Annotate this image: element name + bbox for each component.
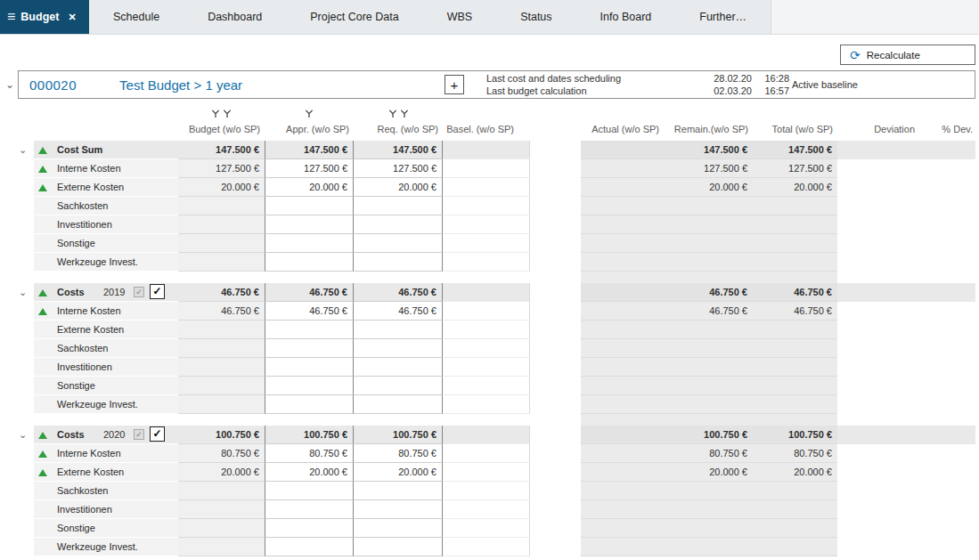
cell-req[interactable] <box>354 358 443 377</box>
cell-basel[interactable] <box>443 283 530 302</box>
collapse-group-icon[interactable]: ⌄ <box>19 426 27 443</box>
cell-appr[interactable]: 46.750 € <box>265 302 354 321</box>
cell-appr[interactable] <box>265 519 354 538</box>
cell-appr[interactable] <box>265 253 354 272</box>
cell-basel[interactable] <box>443 215 530 234</box>
cell-basel[interactable] <box>443 395 530 414</box>
collapse-group-icon[interactable]: ⌄ <box>19 141 27 158</box>
close-tab-icon[interactable]: ✕ <box>68 12 76 23</box>
cell-basel[interactable] <box>443 538 530 556</box>
cell-req[interactable]: 20.000 € <box>354 178 443 197</box>
row-label-cell[interactable]: Werkzeuge Invest. <box>34 253 178 272</box>
cell-budget[interactable]: 46.750 € <box>178 283 265 302</box>
row-label-cell[interactable]: Externe Kosten <box>34 321 178 339</box>
column-header-basel[interactable]: Basel. (w/o SP) <box>443 120 530 138</box>
cell-basel[interactable] <box>443 482 530 500</box>
cell-appr[interactable] <box>265 321 354 339</box>
column-header-total[interactable]: Total (w/o SP) <box>753 120 837 138</box>
cell-basel[interactable] <box>443 234 530 253</box>
column-header-remain[interactable]: Remain.(w/o SP) <box>664 120 753 138</box>
cell-budget[interactable]: 20.000 € <box>178 178 265 197</box>
row-label-cell[interactable]: Externe Kosten <box>34 463 178 482</box>
cell-basel[interactable] <box>443 358 530 377</box>
tab-schedule[interactable]: Schedule <box>89 0 184 34</box>
cell-req[interactable]: 127.500 € <box>354 159 443 178</box>
cell-req[interactable] <box>354 339 443 358</box>
cell-appr[interactable]: 100.750 € <box>265 426 354 444</box>
cell-basel[interactable] <box>443 519 530 538</box>
column-header-pdev[interactable]: % Dev. <box>919 120 975 138</box>
row-label-cell[interactable]: Werkzeuge Invest. <box>34 395 178 414</box>
cell-appr[interactable]: 147.500 € <box>265 141 354 159</box>
cell-req[interactable]: 80.750 € <box>354 444 443 463</box>
cell-appr[interactable] <box>265 215 354 234</box>
cell-appr[interactable]: 46.750 € <box>265 283 354 302</box>
project-id[interactable]: 000020 <box>29 77 77 93</box>
row-label-cell[interactable]: Interne Kosten <box>34 444 178 463</box>
cell-req[interactable]: 46.750 € <box>354 283 443 302</box>
cell-req[interactable] <box>354 519 443 538</box>
cell-budget[interactable] <box>178 272 265 283</box>
tab-further[interactable]: Further… <box>675 0 771 34</box>
cell-basel[interactable] <box>443 463 530 482</box>
cell-req[interactable] <box>354 538 443 556</box>
cell-appr[interactable] <box>265 482 354 500</box>
cell-req[interactable] <box>354 377 443 395</box>
cell-appr[interactable] <box>265 339 354 358</box>
row-label-cell[interactable]: Costs 2020 ✓ ✓ <box>34 426 178 444</box>
project-collapse-icon[interactable]: ⌄ <box>2 79 18 90</box>
column-header-budget[interactable]: Budget (w/o SP) <box>178 120 265 138</box>
cell-budget[interactable]: 147.500 € <box>178 141 265 159</box>
cell-req[interactable] <box>354 234 443 253</box>
cell-appr[interactable] <box>265 272 354 283</box>
column-header-actual[interactable]: Actual (w/o SP) <box>581 120 664 138</box>
cell-appr[interactable]: 20.000 € <box>265 178 354 197</box>
tab-project-core-data[interactable]: Project Core Data <box>286 0 422 34</box>
column-header-appr[interactable]: Appr. (w/o SP) <box>265 120 354 138</box>
checkbox-checked[interactable]: ✓ <box>150 426 165 442</box>
cell-appr[interactable] <box>265 414 354 426</box>
cell-basel[interactable] <box>443 178 530 197</box>
tab-wbs[interactable]: WBS <box>423 0 496 34</box>
cell-req[interactable] <box>354 414 443 426</box>
cell-req[interactable] <box>354 215 443 234</box>
cell-budget[interactable]: 46.750 € <box>178 302 265 321</box>
cell-req[interactable] <box>354 197 443 215</box>
row-label-cell[interactable] <box>34 272 178 283</box>
cell-appr[interactable] <box>265 538 354 556</box>
row-label-cell[interactable]: Externe Kosten <box>34 178 178 197</box>
cell-basel[interactable] <box>443 377 530 395</box>
checkbox-checked[interactable]: ✓ <box>150 284 165 299</box>
tab-dashboard[interactable]: Dashboard <box>184 0 286 34</box>
cell-appr[interactable]: 20.000 € <box>265 463 354 482</box>
cell-budget[interactable]: 80.750 € <box>178 444 265 463</box>
cell-budget[interactable] <box>178 253 265 272</box>
menu-icon[interactable]: ≡ <box>7 10 15 24</box>
cell-req[interactable]: 147.500 € <box>354 141 443 159</box>
cell-budget[interactable]: 127.500 € <box>178 159 265 178</box>
cell-basel[interactable] <box>443 321 530 339</box>
cell-req[interactable] <box>354 395 443 414</box>
cell-budget[interactable] <box>178 519 265 538</box>
row-label-cell[interactable]: Sonstige <box>34 377 178 395</box>
cell-budget[interactable] <box>178 358 265 377</box>
cell-appr[interactable] <box>265 395 354 414</box>
row-label-cell[interactable]: Investitionen <box>34 500 178 519</box>
cell-budget[interactable] <box>178 500 265 519</box>
cell-appr[interactable]: 127.500 € <box>265 159 354 178</box>
row-label-cell[interactable]: Costs 2019 ✓ ✓ <box>34 283 178 302</box>
cell-budget[interactable] <box>178 395 265 414</box>
cell-budget[interactable] <box>178 321 265 339</box>
cell-req[interactable] <box>354 253 443 272</box>
cell-basel[interactable] <box>443 253 530 272</box>
cell-basel[interactable] <box>443 141 530 159</box>
tab-info-board[interactable]: Info Board <box>576 0 676 34</box>
recalculate-button[interactable]: ⟳ Recalculate <box>840 45 975 65</box>
cell-budget[interactable]: 100.750 € <box>178 426 265 444</box>
add-button[interactable]: + <box>445 75 464 94</box>
row-label-cell[interactable]: Interne Kosten <box>34 159 178 178</box>
tab-budget[interactable]: ≡ Budget ✕ <box>0 0 89 34</box>
cell-appr[interactable] <box>265 234 354 253</box>
cell-req[interactable]: 46.750 € <box>354 302 443 321</box>
cell-budget[interactable]: 20.000 € <box>178 463 265 482</box>
